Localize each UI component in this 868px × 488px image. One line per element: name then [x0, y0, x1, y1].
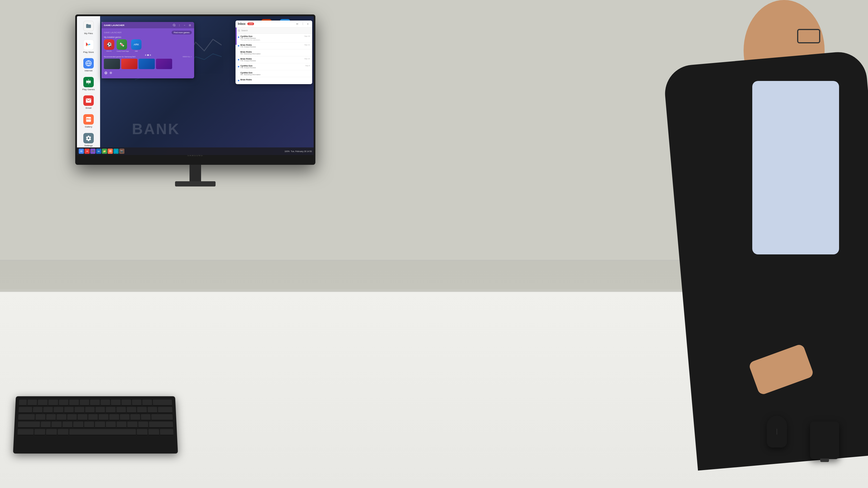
playgames-icon [83, 77, 94, 87]
subject-4: FW: Analyst Review [241, 60, 310, 62]
inbox-edit-btn[interactable]: ✏ [296, 22, 300, 26]
monitor-screen: BANK My Files [77, 16, 314, 155]
key-period [127, 422, 137, 428]
inbox-item-header-6: Cynthia Gon [241, 72, 310, 74]
key-minus [132, 399, 142, 405]
key-b [84, 422, 94, 428]
inbox-item-header-4: Brian Robis Sep 12 [241, 58, 310, 60]
window-menu-btn[interactable]: ⋮ [177, 23, 181, 27]
email-icon [83, 95, 94, 106]
rec-game-4[interactable] [156, 59, 172, 69]
sidebar-item-email[interactable]: Email [78, 94, 99, 111]
inbox-item-2[interactable]: Brian Robis Sep 11 FW: Analyst Review [236, 42, 312, 50]
sidebar-item-internet[interactable]: Internet [78, 56, 99, 74]
key-space[interactable] [69, 429, 136, 435]
indicator-dot [110, 72, 112, 74]
taskbar-email-icon[interactable]: ✉ [85, 149, 90, 154]
inbox-item-5[interactable]: Cynthia Gon Sep 9 FW: Analyst Review [236, 63, 312, 70]
key-enter[interactable] [151, 414, 173, 421]
key-rbracket [148, 407, 157, 413]
svg-point-8 [173, 24, 175, 26]
inbox-item-4[interactable]: Brian Robis Sep 12 FW: Analyst Review [236, 56, 312, 63]
inbox-item-content-7: Brian Robis [241, 78, 310, 80]
rec-game-1[interactable] [104, 59, 120, 69]
unread-indicator-1 [238, 36, 239, 38]
game-thumb-3: ARK [131, 39, 142, 50]
key-j [99, 414, 108, 421]
key-m [105, 422, 116, 428]
inbox-more-btn[interactable]: ⋮ [301, 22, 305, 26]
game-launcher-window: GAME LAUNCHER ⋮ − ⊡ GAME LAUNCHER Find m… [101, 22, 194, 78]
inbox-item-content-4: Brian Robis Sep 12 FW: Analyst Review [241, 58, 310, 62]
key-l [120, 414, 130, 421]
sidebar-item-playstore[interactable]: Play Store [78, 38, 99, 56]
taskbar-app-1[interactable] [79, 149, 84, 154]
inbox-item-content-5: Cynthia Gon Sep 9 FW: Analyst Review [241, 65, 310, 68]
taskbar-office-icon[interactable]: W [96, 149, 101, 154]
key-t [75, 407, 84, 413]
sidebar-item-playgames[interactable]: Play Games [78, 75, 99, 93]
inbox-item-content-6: Cynthia Gon RE: Marketing Information [241, 72, 310, 75]
inbox-count-badge: 1966 [247, 23, 254, 25]
window-minimize-btn[interactable]: − [183, 23, 187, 27]
subject-5: FW: Analyst Review [241, 67, 310, 68]
key-a [36, 414, 45, 421]
carousel-dot-1 [145, 54, 146, 56]
keyboard-keys [18, 399, 174, 435]
inbox-item-1[interactable]: Cynthia Gon Sep 13 FW: Analyst Review Th… [236, 34, 312, 42]
key-quote [141, 414, 151, 421]
inbox-item-7[interactable]: Brian Robis [236, 77, 312, 83]
monitor-stand [189, 165, 201, 182]
taskbar-files-icon[interactable]: 📁 [102, 149, 107, 154]
taskbar-extra-icon[interactable]: 📷 [119, 149, 124, 154]
view-all-link[interactable]: VIEW ALL > [183, 56, 192, 58]
game-thumb-2: 🍬 [117, 39, 127, 50]
key-v [73, 422, 83, 428]
find-more-games-button[interactable]: Find more games [172, 31, 192, 34]
window-expand-btn[interactable]: ⊡ [188, 23, 192, 27]
wallpaper-bank-text: BANK [132, 120, 180, 138]
key-i [106, 407, 116, 413]
rec-game-2[interactable] [121, 59, 137, 69]
taskbar-clock: Tue, February 26 14:52 [291, 150, 312, 152]
inbox-item-header-7: Brian Robis [241, 78, 310, 80]
sidebar-item-settings[interactable]: Settings [78, 131, 99, 149]
inbox-item-3[interactable]: Brian Robis RE: Marketing Information [236, 50, 312, 56]
key-ralt [137, 429, 148, 435]
key-o [116, 407, 126, 413]
playstore-icon [83, 40, 94, 50]
inbox-title: Inbox [238, 22, 246, 26]
taskbar-browser-icon[interactable]: 🌐 [114, 149, 119, 154]
key-alt [58, 429, 68, 435]
window-search-btn[interactable] [172, 23, 176, 27]
date-2: Sep 11 [304, 44, 310, 46]
key-d [56, 414, 66, 421]
key-menu [148, 429, 159, 435]
game-launcher-body: GAME LAUNCHER Find more games My install… [101, 28, 194, 77]
key-x [52, 422, 62, 428]
monitor-base [175, 181, 216, 187]
myfiles-icon [83, 21, 94, 31]
inbox-close-btn[interactable]: × [306, 22, 310, 26]
date-4: Sep 12 [304, 58, 310, 60]
sidebar-label-myfiles: My Files [84, 32, 93, 35]
key-u [95, 407, 105, 413]
taskbar-gallery-icon[interactable]: 🖼 [107, 149, 113, 154]
key-e [54, 407, 63, 413]
inbox-item-6[interactable]: Cynthia Gon RE: Marketing Information [236, 70, 312, 77]
key-3 [48, 399, 58, 405]
game-launcher-settings-icon[interactable] [104, 71, 108, 75]
phone-connector [820, 458, 829, 462]
key-row-3 [18, 414, 173, 421]
unread-indicator-2 [238, 45, 239, 46]
inbox-item-header-5: Cynthia Gon Sep 9 [241, 65, 310, 67]
rec-game-3[interactable] [138, 59, 155, 69]
installed-game-3[interactable]: ARK ARK [131, 39, 142, 52]
sidebar-item-gallery[interactable]: Gallery [78, 112, 99, 130]
installed-game-2[interactable]: 🍬 Candy Crush Saga [117, 39, 129, 52]
taskbar-game-icon[interactable]: 🎮 [90, 149, 95, 154]
key-esc [19, 399, 27, 405]
key-6 [80, 399, 89, 405]
sidebar-item-myfiles[interactable]: My Files [78, 19, 99, 37]
installed-game-1[interactable]: ⚽ FIFA FC [104, 39, 114, 52]
